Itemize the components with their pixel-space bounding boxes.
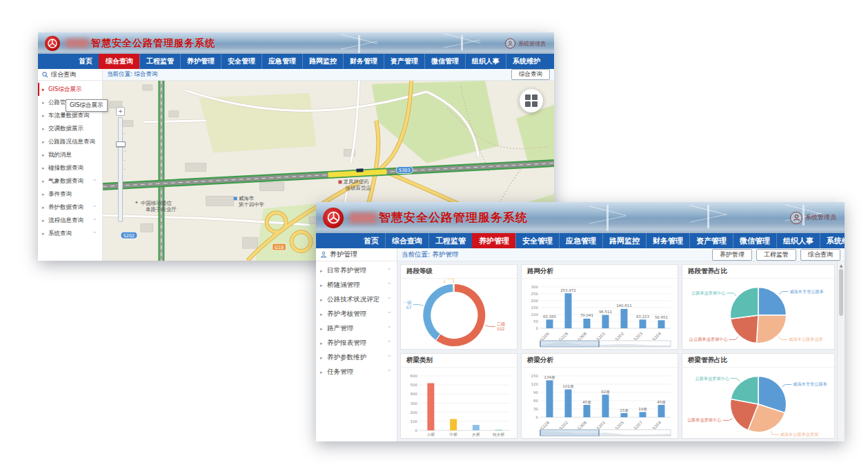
zoom-in-button[interactable]: + — [116, 107, 125, 116]
nav-item[interactable]: 财务管理 — [646, 233, 689, 248]
sidebar-item[interactable]: 系统查询 — [38, 227, 102, 240]
nav-item[interactable]: 资产管理 — [384, 54, 424, 69]
road-ratio-pie-chart: 威海市文登公路事威海市公路事业发山公路事业发展中心公路事业发展中心 — [682, 279, 834, 349]
sidebar-item[interactable]: 路产管理 — [316, 321, 397, 336]
scroll-up-icon[interactable]: ▲ — [838, 261, 845, 268]
sidebar-item[interactable]: 气象数据查询 — [38, 174, 102, 188]
sidebar-item[interactable]: 碰撞数据查询 — [38, 161, 102, 174]
sidebar-item-label: 车流量数据查询 — [48, 112, 90, 120]
zoom-slider-track[interactable] — [118, 117, 123, 222]
sidebar-item-label: 路产管理 — [327, 324, 353, 333]
nav-item-label: 应急管理 — [268, 57, 296, 66]
app-title: 智慧安全公路管理服务系统 — [91, 37, 215, 50]
sidebar-item-label: 碰撞数据查询 — [48, 164, 83, 172]
panel-title: 路网分析 — [522, 265, 678, 279]
nav-item[interactable]: 应急管理 — [559, 233, 602, 248]
panel-bridge-type: 桥梁类别 0100200300400500600小桥中桥大桥特大桥 — [400, 353, 517, 439]
svg-text:58.451: 58.451 — [655, 315, 668, 319]
svg-text:公路事业发展中心: 公路事业发展中心 — [691, 290, 726, 296]
svg-text:威海市文登公路事: 威海市文登公路事 — [789, 289, 824, 295]
nav-item[interactable]: 工程监管 — [428, 233, 472, 248]
account-label: 系统管理员 — [518, 39, 546, 47]
nav-item-label: 财务管理 — [350, 57, 377, 66]
nav-item[interactable]: 养护管理 — [180, 54, 221, 69]
sidebar-item[interactable]: 公路技术状况评定 — [316, 292, 397, 307]
bridge-analysis-bar-chart[interactable]: 0306090120150134座G228101座S20245座G30882座S… — [522, 368, 678, 438]
nav-item[interactable]: 工程监管 — [139, 54, 180, 69]
sidebar-item[interactable]: 任务管理 — [316, 365, 397, 379]
nav-item[interactable]: 系统维护 — [820, 233, 845, 248]
nav-item[interactable]: 综合查询 — [99, 54, 139, 69]
road-network-bar-chart[interactable]: 05010015020025030063.385G206253.972G2287… — [522, 279, 678, 349]
sidebar-item[interactable]: 养护报表管理 — [316, 336, 397, 350]
map-apps-button[interactable] — [520, 89, 543, 112]
nav-item[interactable]: 路网监控 — [602, 233, 646, 248]
nav-item[interactable]: 路网监控 — [302, 54, 343, 69]
svg-text:S201: S201 — [596, 420, 606, 430]
sidebar-item[interactable]: 桥隧涵管理 — [316, 278, 397, 292]
bridge-pylon — [707, 205, 709, 228]
sidebar-item[interactable]: 养护考核管理 — [316, 307, 397, 321]
svg-text:82座: 82座 — [601, 390, 610, 394]
sidebar-item[interactable]: 养护参数维护 — [316, 350, 397, 365]
nav-item[interactable]: 微信管理 — [733, 233, 776, 248]
quick-link-综合查询[interactable]: 综合查询 — [511, 69, 550, 80]
svg-text:二级102: 二级102 — [497, 321, 505, 331]
svg-text:三级1: 三级1 — [437, 279, 446, 283]
quick-link-综合查询[interactable]: 综合查询 — [800, 249, 840, 261]
sidebar-item[interactable]: 养护数据查询 — [38, 201, 102, 214]
nav-item[interactable]: 首页 — [72, 54, 99, 69]
sidebar-item[interactable]: 日常养护管理 — [316, 263, 397, 278]
svg-text:100: 100 — [531, 312, 539, 317]
sidebar-item-label: 养护参数维护 — [327, 353, 366, 362]
front-sidebar: 养护管理 日常养护管理桥隧涵管理公路技术状况评定养护考核管理路产管理养护报表管理… — [316, 248, 397, 441]
nav-item[interactable]: 应急管理 — [262, 54, 302, 69]
nav-item[interactable]: 安全管理 — [515, 233, 559, 248]
nav-item[interactable]: 综合查询 — [385, 233, 428, 248]
nav-item[interactable]: 资产管理 — [689, 233, 733, 248]
svg-text:威海市公路事业发展: 威海市公路事业发展 — [780, 432, 819, 437]
svg-text:0: 0 — [415, 428, 418, 432]
back-banner: 智慧安全公路管理服务系统 系统管理员 — [38, 32, 554, 54]
svg-text:30: 30 — [533, 407, 538, 411]
bridge-pylon — [358, 35, 360, 53]
nav-item[interactable]: 组织人事 — [776, 233, 820, 248]
nav-item[interactable]: 财务管理 — [343, 54, 384, 69]
panel-title: 路段等级 — [401, 265, 517, 279]
front-banner: 智慧安全公路管理服务系统 系统管理员 — [316, 202, 845, 233]
sidebar-item[interactable]: 事件查询 — [38, 188, 102, 201]
nav-item-label: 资产管理 — [696, 236, 727, 246]
nav-item[interactable]: 养护管理 — [472, 233, 515, 248]
sidebar-item-label: GIS综合展示 — [48, 86, 82, 94]
nav-item[interactable]: 首页 — [357, 233, 385, 248]
quick-link-工程监管[interactable]: 工程监管 — [756, 249, 796, 261]
account-menu[interactable]: 系统管理员 — [790, 212, 836, 224]
sidebar-item-label: 桥隧涵管理 — [327, 281, 360, 290]
sidebar-item[interactable]: 我的消息 — [38, 148, 102, 161]
svg-text:15座: 15座 — [620, 408, 629, 412]
sidebar-item[interactable]: 交调数据展示 — [38, 122, 102, 135]
back-sidebar-header: 综合查询 — [38, 69, 102, 81]
back-sidebar: 综合查询 GIS综合展示公路管养数据查询车流量数据查询交调数据展示公路路况信息查… — [38, 69, 103, 261]
nav-item[interactable]: 系统维护 — [506, 54, 546, 69]
nav-item-label: 组织人事 — [472, 57, 500, 66]
road-badge-s202: S202 — [121, 232, 137, 239]
svg-text:50: 50 — [533, 319, 538, 323]
sidebar-item[interactable]: GIS综合展示 — [38, 83, 102, 96]
nav-item[interactable]: 组织人事 — [465, 54, 506, 69]
nav-item[interactable]: 安全管理 — [221, 54, 262, 69]
nav-item[interactable]: 微信管理 — [424, 54, 465, 69]
scrollbar-thumb[interactable] — [839, 269, 843, 316]
desktop: 智慧安全公路管理服务系统 系统管理员 首页综合查询工程监管养护管理安全管理应急管… — [0, 0, 868, 469]
sidebar-item[interactable]: 流程信息查询 — [38, 214, 102, 227]
quick-link-养护管理[interactable]: 养护管理 — [712, 249, 752, 261]
sidebar-item[interactable]: 公路路况信息查询 — [38, 135, 102, 148]
account-menu[interactable]: 系统管理员 — [505, 38, 546, 48]
svg-text:第十四中学: 第十四中学 — [239, 201, 265, 208]
vertical-scrollbar[interactable]: ▲ — [837, 261, 845, 441]
app-title: 智慧安全公路管理服务系统 — [379, 210, 528, 226]
nav-item-label: 应急管理 — [566, 236, 596, 246]
svg-text:山公路事业发展中心: 山公路事业发展中心 — [689, 337, 728, 342]
svg-text:G228: G228 — [540, 420, 550, 430]
nav-item-label: 系统维护 — [827, 236, 845, 246]
